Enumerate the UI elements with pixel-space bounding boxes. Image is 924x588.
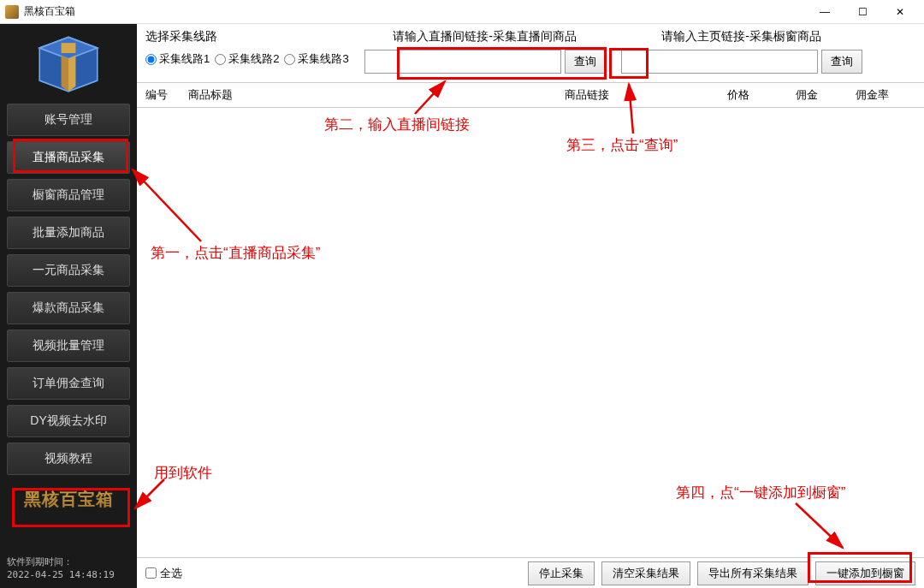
- nav-video-manage[interactable]: 视频批量管理: [7, 330, 130, 362]
- nav-one-yuan[interactable]: 一元商品采集: [7, 254, 130, 287]
- shop-search-label: 请输入主页链接-采集橱窗商品: [621, 29, 862, 45]
- expire-label: 软件到期时间：: [7, 555, 130, 568]
- titlebar: 黑核百宝箱 — ☐ ✕: [0, 0, 924, 24]
- svg-marker-5: [62, 43, 76, 53]
- th-link: 商品链接: [565, 87, 727, 103]
- select-all-label: 全选: [160, 566, 182, 581]
- minimize-button[interactable]: —: [806, 1, 844, 23]
- svg-marker-4: [62, 56, 68, 92]
- live-link-input[interactable]: [364, 50, 561, 74]
- nav-batch-add[interactable]: 批量添加商品: [7, 217, 130, 249]
- maximize-button[interactable]: ☐: [844, 1, 881, 23]
- route-3[interactable]: 采集线路3: [284, 51, 348, 67]
- app-icon: [5, 5, 19, 19]
- nav-watermark[interactable]: DY视频去水印: [7, 405, 130, 437]
- nav-hot-collect[interactable]: 爆款商品采集: [7, 292, 130, 324]
- nav-account[interactable]: 账号管理: [7, 104, 130, 136]
- stop-button[interactable]: 停止采集: [528, 561, 595, 585]
- clear-button[interactable]: 清空采集结果: [601, 561, 690, 585]
- nav-commission[interactable]: 订单佣金查询: [7, 367, 130, 400]
- sidebar: 账号管理 直播商品采集 橱窗商品管理 批量添加商品 一元商品采集 爆款商品采集 …: [0, 24, 137, 588]
- live-query-button[interactable]: 查询: [565, 50, 606, 74]
- main-panel: 选择采集线路 采集线路1 采集线路2 采集线路3 请输入直播间链接-采集直播间商…: [137, 24, 924, 588]
- route-1[interactable]: 采集线路1: [145, 51, 210, 67]
- svg-marker-3: [68, 56, 75, 92]
- th-title: 商品标题: [188, 87, 565, 103]
- shop-search-group: 请输入主页链接-采集橱窗商品 查询: [621, 29, 862, 74]
- treasure-box-icon: [32, 30, 105, 95]
- nav-live-collect[interactable]: 直播商品采集: [7, 141, 130, 174]
- expire-date: 2022-04-25 14:48:19: [7, 568, 130, 581]
- route-2[interactable]: 采集线路2: [215, 51, 279, 67]
- logo-box: [0, 24, 137, 101]
- table-body: [137, 108, 924, 557]
- nav-tutorial[interactable]: 视频教程: [7, 442, 130, 475]
- th-price: 价格: [727, 87, 796, 103]
- toolbar: 选择采集线路 采集线路1 采集线路2 采集线路3 请输入直播间链接-采集直播间商…: [137, 24, 924, 82]
- shop-link-input[interactable]: [621, 50, 818, 74]
- route-2-radio[interactable]: [215, 54, 226, 65]
- th-comm: 佣金: [796, 87, 856, 103]
- close-button[interactable]: ✕: [881, 1, 919, 23]
- route-group: 选择采集线路 采集线路1 采集线路2 采集线路3: [145, 29, 349, 67]
- route-label: 选择采集线路: [145, 29, 349, 45]
- brand-logo: 黑核百宝箱: [7, 481, 130, 517]
- route-1-radio[interactable]: [145, 54, 157, 65]
- add-to-window-button[interactable]: 一键添加到橱窗: [815, 561, 915, 585]
- select-all-checkbox[interactable]: [145, 567, 157, 579]
- window-title: 黑核百宝箱: [24, 4, 75, 19]
- export-button[interactable]: 导出所有采集结果: [697, 561, 808, 585]
- shop-query-button[interactable]: 查询: [821, 50, 862, 74]
- th-rate: 佣金率: [856, 87, 915, 103]
- live-search-label: 请输入直播间链接-采集直播间商品: [364, 29, 606, 45]
- nav-window-manage[interactable]: 橱窗商品管理: [7, 179, 130, 211]
- live-search-group: 请输入直播间链接-采集直播间商品 查询: [364, 29, 606, 74]
- th-id: 编号: [145, 87, 188, 103]
- route-3-radio[interactable]: [284, 54, 295, 65]
- footer-bar: 全选 停止采集 清空采集结果 导出所有采集结果 一键添加到橱窗: [137, 557, 924, 588]
- table-header: 编号 商品标题 商品链接 价格 佣金 佣金率: [137, 82, 924, 108]
- sidebar-footer: 软件到期时间： 2022-04-25 14:48:19: [0, 550, 137, 588]
